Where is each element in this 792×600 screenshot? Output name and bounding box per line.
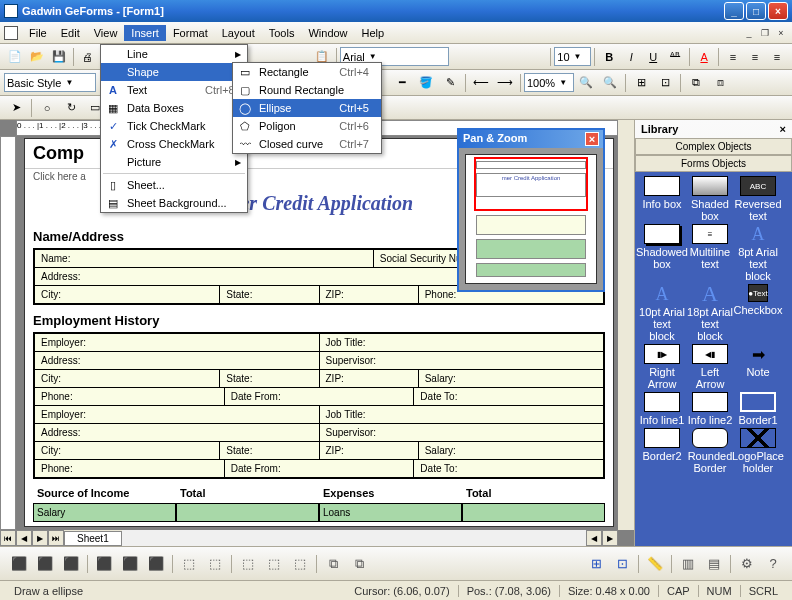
insert-shape[interactable]: Shape▶ xyxy=(101,63,247,81)
arrow-end-button[interactable]: ⟶ xyxy=(494,72,516,94)
lib-item-note[interactable]: ➡Note xyxy=(735,344,781,390)
menu-file[interactable]: File xyxy=(22,25,54,41)
align-center-h-button[interactable]: ⬛ xyxy=(34,553,56,575)
align-bottom-button[interactable]: ⬛ xyxy=(145,553,167,575)
menu-tools[interactable]: Tools xyxy=(262,25,302,41)
lib-item-infoline1[interactable]: Info line1 xyxy=(639,392,685,426)
menu-view[interactable]: View xyxy=(87,25,125,41)
bring-front-button[interactable]: ⧉ xyxy=(322,553,344,575)
fontcolor-button[interactable]: A xyxy=(694,46,714,68)
insert-line[interactable]: Line▶ xyxy=(101,45,247,63)
lib-item-logo[interactable]: LogoPlace holder xyxy=(735,428,781,474)
library-tab-forms[interactable]: Forms Objects xyxy=(635,155,792,172)
menu-insert[interactable]: Insert xyxy=(124,25,166,41)
underline-button[interactable]: U xyxy=(643,46,663,68)
shape-rectangle[interactable]: ▭RectangleCtrl+4 xyxy=(233,63,381,81)
scroll-first-button[interactable]: ⏮ xyxy=(0,530,16,546)
align-left-button[interactable]: ≡ xyxy=(723,46,743,68)
ungroup-button[interactable]: ⧈ xyxy=(709,72,731,94)
lib-item-rightarrow[interactable]: ▮▶Right Arrow xyxy=(639,344,685,390)
help-button[interactable]: ? xyxy=(762,553,784,575)
open-button[interactable]: 📂 xyxy=(27,46,47,68)
ruler-toggle-button[interactable]: 📏 xyxy=(644,553,666,575)
lib-item-10pt[interactable]: A10pt Arial text block xyxy=(639,284,685,342)
panzoom-window[interactable]: Pan & Zoom × mer Credit Application xyxy=(457,128,605,292)
lib-item-18pt[interactable]: A18pt Arial text block xyxy=(687,284,733,342)
menu-format[interactable]: Format xyxy=(166,25,215,41)
scroll-left-button[interactable]: ◀ xyxy=(586,530,602,546)
arrow-start-button[interactable]: ⟵ xyxy=(470,72,492,94)
panzoom-titlebar[interactable]: Pan & Zoom × xyxy=(459,130,603,148)
snap-button[interactable]: ⊡ xyxy=(654,72,676,94)
scroll-right-button[interactable]: ▶ xyxy=(602,530,618,546)
close-button[interactable]: × xyxy=(768,2,788,20)
italic-button[interactable]: I xyxy=(621,46,641,68)
fillcolor-button[interactable]: 🪣 xyxy=(415,72,437,94)
mdi-minimize[interactable]: _ xyxy=(742,26,756,40)
insert-tick[interactable]: ✓Tick CheckMark xyxy=(101,117,247,135)
circle-tool[interactable]: ○ xyxy=(36,97,58,119)
scroll-prev-button[interactable]: ◀ xyxy=(16,530,32,546)
distribute-h-button[interactable]: ⬚ xyxy=(178,553,200,575)
zoom-dropdown[interactable]: 100% ▼ xyxy=(524,73,574,92)
send-back-button[interactable]: ⧉ xyxy=(348,553,370,575)
lib-item-infobox[interactable]: Info box xyxy=(639,176,685,222)
same-width-button[interactable]: ⬚ xyxy=(237,553,259,575)
shape-curve[interactable]: 〰Closed curveCtrl+7 xyxy=(233,135,381,153)
panzoom-close-button[interactable]: × xyxy=(585,132,599,146)
style-dropdown[interactable]: Basic Style ▼ xyxy=(4,73,96,92)
new-button[interactable]: 📄 xyxy=(5,46,25,68)
linecolor-button[interactable]: ✎ xyxy=(439,72,461,94)
lib-item-infoline2[interactable]: Info line2 xyxy=(687,392,733,426)
align-right-button[interactable]: ≡ xyxy=(767,46,787,68)
snap-toggle-button[interactable]: ⊡ xyxy=(611,553,633,575)
vlayout-button[interactable]: ▥ xyxy=(677,553,699,575)
zoom-out-button[interactable]: 🔍 xyxy=(599,72,621,94)
mdi-restore[interactable]: ❐ xyxy=(758,26,772,40)
group-button[interactable]: ⧉ xyxy=(685,72,707,94)
lib-item-reversedtext[interactable]: ABCReversed text xyxy=(735,176,781,222)
lineweight-button[interactable]: ━ xyxy=(391,72,413,94)
same-size-button[interactable]: ⬚ xyxy=(289,553,311,575)
shape-polygon[interactable]: ⬠PoligonCtrl+6 xyxy=(233,117,381,135)
menu-help[interactable]: Help xyxy=(355,25,392,41)
shape-ellipse[interactable]: ◯EllipseCtrl+5 xyxy=(233,99,381,117)
lib-item-multiline[interactable]: ≡Multiline text xyxy=(687,224,733,282)
scroll-next-button[interactable]: ▶ xyxy=(32,530,48,546)
panzoom-preview[interactable]: mer Credit Application xyxy=(465,154,597,284)
align-left-button[interactable]: ⬛ xyxy=(8,553,30,575)
align-top-button[interactable]: ⬛ xyxy=(93,553,115,575)
save-button[interactable]: 💾 xyxy=(49,46,69,68)
lib-item-rounded[interactable]: Rounded Border xyxy=(687,428,733,474)
align-middle-button[interactable]: ⬛ xyxy=(119,553,141,575)
grid-toggle-button[interactable]: ⊞ xyxy=(585,553,607,575)
library-tab-complex[interactable]: Complex Objects xyxy=(635,138,792,155)
lib-item-shadedbox[interactable]: Shaded box xyxy=(687,176,733,222)
menu-edit[interactable]: Edit xyxy=(54,25,87,41)
insert-picture[interactable]: Picture▶ xyxy=(101,153,247,171)
scroll-last-button[interactable]: ⏭ xyxy=(48,530,64,546)
insert-cross[interactable]: ✗Cross CheckMark xyxy=(101,135,247,153)
same-height-button[interactable]: ⬚ xyxy=(263,553,285,575)
shape-roundrect[interactable]: ▢Round Rectangle xyxy=(233,81,381,99)
fontsize-dropdown[interactable]: 10 ▼ xyxy=(554,47,591,66)
hlayout-button[interactable]: ▤ xyxy=(703,553,725,575)
maximize-button[interactable]: □ xyxy=(746,2,766,20)
sheet-tab[interactable]: Sheet1 xyxy=(64,531,122,546)
rotate-tool[interactable]: ↻ xyxy=(60,97,82,119)
mdi-close[interactable]: × xyxy=(774,26,788,40)
strike-button[interactable]: ᴬᴮ xyxy=(665,46,685,68)
insert-databoxes[interactable]: ▦Data Boxes▶ xyxy=(101,99,247,117)
doc-icon[interactable] xyxy=(4,26,18,40)
scrollbar-vertical[interactable] xyxy=(618,120,634,530)
lib-item-shadowbox[interactable]: Shadowed box xyxy=(639,224,685,282)
distribute-v-button[interactable]: ⬚ xyxy=(204,553,226,575)
insert-text[interactable]: ATextCtrl+8 xyxy=(101,81,247,99)
lib-item-border2[interactable]: Border2 xyxy=(639,428,685,474)
lib-item-8pt[interactable]: A8pt Arial text block xyxy=(735,224,781,282)
lib-item-leftarrow[interactable]: ◀▮Left Arrow xyxy=(687,344,733,390)
align-center-button[interactable]: ≡ xyxy=(745,46,765,68)
insert-sheetbg[interactable]: ▤Sheet Background... xyxy=(101,194,247,212)
grid-button[interactable]: ⊞ xyxy=(630,72,652,94)
menu-layout[interactable]: Layout xyxy=(215,25,262,41)
